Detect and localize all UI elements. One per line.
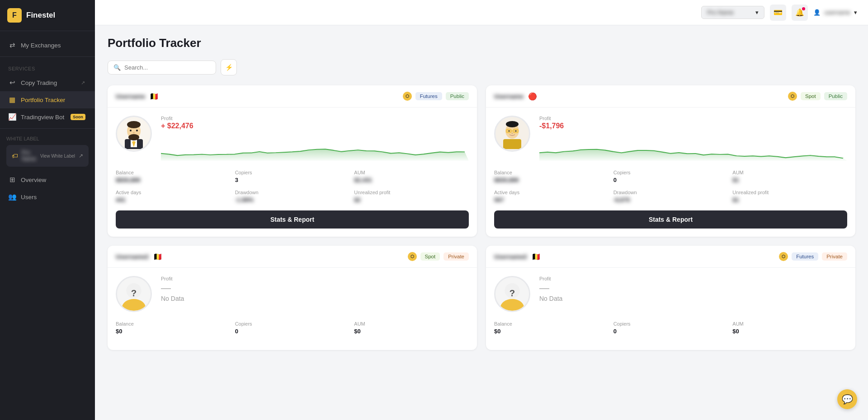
sidebar-item-portfolio-tracker[interactable]: ▦ Portfolio Tracker bbox=[0, 91, 95, 108]
stat-unrealized: Unrealized profit $2 bbox=[354, 190, 469, 203]
active-days-label: Active days bbox=[116, 190, 231, 195]
exchange-icon: ⬡ bbox=[788, 92, 797, 101]
svg-point-4 bbox=[127, 121, 141, 128]
white-label-external-icon: ↗ bbox=[79, 153, 83, 159]
card-header: Username2 🇧🇪 ⬡ Spot Private bbox=[108, 246, 477, 268]
tracker-card-card4: Username2 🇧🇪 ⬡ Futures Private bbox=[486, 246, 855, 350]
currency-icon: 💳 bbox=[774, 8, 783, 17]
balance-value: $0 bbox=[494, 328, 609, 335]
copy-trading-external-icon: ↗ bbox=[79, 80, 87, 86]
tracker-card-card1: Username 🇧🇪 ⬡ Futures Public bbox=[108, 85, 477, 237]
balance-label: Balance bbox=[494, 321, 609, 327]
unrealized-value: $1 bbox=[732, 196, 847, 203]
pro-name-dropdown[interactable]: Pro Name ▾ bbox=[701, 6, 764, 19]
stat-drawdown: Drawdown -6,675 bbox=[613, 190, 728, 203]
svg-point-7 bbox=[136, 130, 138, 131]
stats-report-button[interactable]: Stats & Report bbox=[494, 210, 847, 229]
copy-trading-icon: ↩ bbox=[8, 79, 16, 87]
main-content: Pro Name ▾ 💳 🔔 👤 username ▾ Portfolio Tr… bbox=[95, 0, 868, 420]
active-days-value: 567 bbox=[494, 196, 609, 203]
card-user-name: Username2 bbox=[116, 253, 149, 260]
visibility-badge: Private bbox=[443, 252, 469, 261]
unrealized-label: Unrealized profit bbox=[354, 190, 469, 195]
stat-balance: Balance $826,889 bbox=[116, 170, 231, 183]
country-flag-icon: 🇧🇪 bbox=[153, 252, 162, 261]
user-icon: 👤 bbox=[813, 9, 821, 16]
notifications-btn[interactable]: 🔔 bbox=[792, 5, 808, 21]
type-badge: Spot bbox=[801, 92, 821, 100]
active-days-value: 441 bbox=[116, 196, 231, 203]
user-menu[interactable]: 👤 username ▾ bbox=[813, 9, 857, 16]
search-icon: 🔍 bbox=[113, 64, 121, 71]
country-flag-icon: 🔴 bbox=[528, 92, 537, 101]
country-flag-icon: 🇧🇪 bbox=[532, 252, 541, 261]
sidebar-label-tradingview-bot: Tradingview Bot bbox=[21, 114, 64, 121]
profit-label: Profit bbox=[539, 116, 847, 121]
profit-chart bbox=[161, 134, 469, 161]
search-box[interactable]: 🔍 bbox=[108, 61, 216, 75]
soon-badge: Soon bbox=[71, 114, 85, 120]
sidebar-navigation: ⇄ My Exchanges Services ↩ Copy Trading ↗… bbox=[0, 31, 95, 211]
stat-copiers: Copiers 0 bbox=[613, 321, 728, 335]
stats-report-button[interactable]: Stats & Report bbox=[116, 210, 469, 229]
aum-label: AUM bbox=[354, 321, 469, 327]
card-header-left: Username 🇧🇪 bbox=[116, 92, 159, 101]
sidebar-item-overview[interactable]: ⊞ Overview bbox=[0, 171, 95, 188]
white-label-box[interactable]: 🏷 Pro Name View White Label ↗ bbox=[6, 145, 89, 167]
sidebar-item-my-exchanges[interactable]: ⇄ My Exchanges bbox=[0, 37, 95, 54]
search-input[interactable] bbox=[124, 64, 210, 71]
filter-button[interactable]: ⚡ bbox=[221, 59, 237, 75]
sidebar-item-users[interactable]: 👥 Users bbox=[0, 188, 95, 205]
sidebar-label-my-exchanges: My Exchanges bbox=[21, 42, 61, 49]
card-top-row: Profit -$1,796 bbox=[494, 116, 847, 161]
balance-value: $826,889 bbox=[116, 177, 231, 183]
card-header-left: Username2 🇧🇪 bbox=[116, 252, 162, 261]
chevron-down-icon: ▾ bbox=[755, 9, 759, 16]
stat-aum: AUM $0 bbox=[732, 321, 847, 335]
svg-text:?: ? bbox=[509, 288, 515, 298]
stat-active-days: Active days 441 bbox=[116, 190, 231, 203]
sidebar-label-users: Users bbox=[21, 194, 37, 201]
balance-label: Balance bbox=[116, 170, 231, 175]
services-section-label: Services bbox=[0, 60, 95, 74]
svg-rect-10 bbox=[503, 139, 521, 149]
currency-icon-btn[interactable]: 💳 bbox=[770, 5, 786, 21]
sidebar-logo[interactable]: F Finestel bbox=[0, 0, 95, 31]
unrealized-value: $2 bbox=[354, 196, 469, 203]
notification-dot bbox=[802, 7, 805, 10]
card-top-row: ? Profit — No Data bbox=[494, 276, 847, 312]
stat-copiers: Copiers 0 bbox=[613, 170, 728, 183]
white-label-section-label: White Label bbox=[6, 136, 89, 141]
card-user-name: Username bbox=[494, 93, 524, 100]
copiers-value: 3 bbox=[235, 177, 350, 183]
sidebar-item-copy-trading[interactable]: ↩ Copy Trading ↗ bbox=[0, 74, 95, 91]
card-top-row: ? Profit — No Data bbox=[116, 276, 469, 312]
svg-point-20 bbox=[511, 133, 513, 134]
app-name: Finestel bbox=[26, 11, 55, 20]
aum-value: $1 bbox=[732, 177, 847, 183]
aum-value: $2,431 bbox=[354, 177, 469, 183]
card-header-right: ⬡ Futures Public bbox=[403, 92, 469, 101]
svg-text:?: ? bbox=[131, 288, 137, 298]
tag-icon: 🏷 bbox=[12, 152, 18, 159]
my-exchanges-icon: ⇄ bbox=[8, 41, 16, 49]
aum-label: AUM bbox=[354, 170, 469, 175]
view-white-label-link[interactable]: View White Label bbox=[40, 154, 75, 159]
stat-balance: Balance $826,889 bbox=[494, 170, 609, 183]
filter-icon: ⚡ bbox=[225, 64, 233, 71]
chat-bubble[interactable]: 💬 bbox=[837, 389, 857, 409]
svg-point-6 bbox=[130, 130, 132, 131]
profit-chart-area: Profit -$1,796 bbox=[539, 116, 847, 161]
svg-point-18 bbox=[509, 131, 510, 132]
card-stats: Balance $0 Copiers 0 AUM $0 bbox=[494, 321, 847, 335]
card-header-right: ⬡ Spot Public bbox=[788, 92, 847, 101]
pro-name-label: Pro Name bbox=[707, 9, 734, 16]
exchange-icon: ⬡ bbox=[779, 252, 788, 261]
stat-copiers: Copiers 0 bbox=[235, 321, 350, 335]
content-area: Portfolio Tracker 🔍 ⚡ Username 🇧🇪 ⬡ bbox=[95, 25, 868, 420]
sidebar-item-tradingview-bot[interactable]: 📈 Tradingview Bot Soon bbox=[0, 108, 95, 126]
card-body: Profit + $22,476 Balance $826,889 bbox=[108, 107, 477, 237]
white-label-name: Pro Name bbox=[22, 149, 37, 162]
balance-value: $826,889 bbox=[494, 177, 609, 183]
svg-point-19 bbox=[515, 131, 517, 132]
